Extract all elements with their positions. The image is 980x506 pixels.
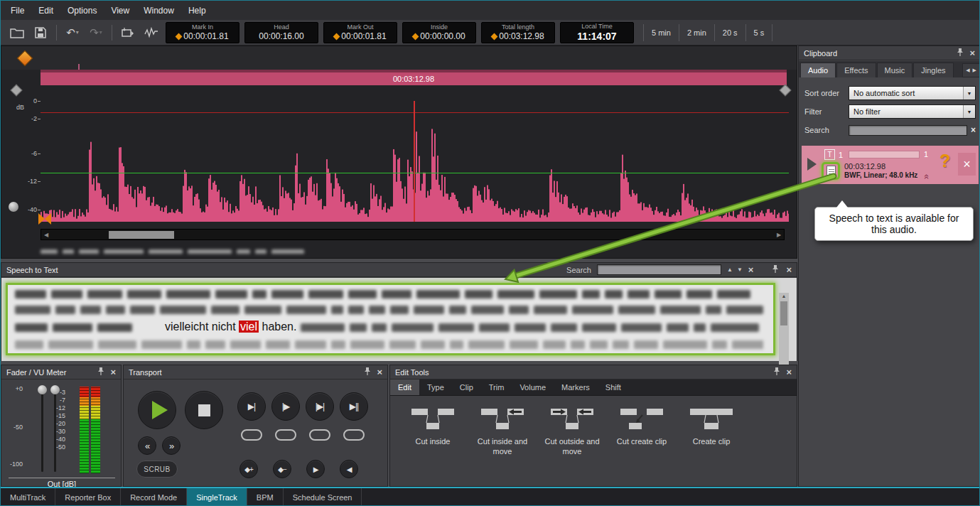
close-panel-icon[interactable]: × xyxy=(969,48,975,58)
close-panel-icon[interactable]: × xyxy=(110,367,116,377)
stop-button[interactable] xyxy=(185,391,223,429)
filter-dropdown[interactable]: No filter▼ xyxy=(849,104,976,119)
chevron-down-icon[interactable]: ▼ xyxy=(963,87,975,99)
tab-music[interactable]: Music xyxy=(877,63,913,77)
clipboard-search-input[interactable] xyxy=(849,125,967,136)
menu-edit[interactable]: Edit xyxy=(31,2,60,19)
rewind-button[interactable]: « xyxy=(138,436,156,455)
track-knob[interactable] xyxy=(9,202,18,212)
menu-file[interactable]: File xyxy=(4,2,31,19)
tab-volume[interactable]: Volume xyxy=(512,380,554,395)
range-start-handle[interactable] xyxy=(11,85,23,97)
transcript-highlight-box[interactable]: vielleicht nicht viel haben. xyxy=(6,283,775,355)
time-field-mark-in[interactable]: Mark In 00:00:01.81 xyxy=(166,22,239,43)
help-mark-icon[interactable]: ? xyxy=(939,151,950,171)
cut-marker-icon[interactable] xyxy=(38,213,51,225)
close-panel-icon[interactable]: × xyxy=(377,367,382,377)
loop-toggle-button[interactable] xyxy=(275,429,296,441)
play-to-mark-button[interactable]: ▶| xyxy=(237,392,266,421)
play-around-mark-button[interactable]: ▶|| xyxy=(340,392,368,421)
menu-options[interactable]: Options xyxy=(60,2,104,19)
tab-type[interactable]: Type xyxy=(419,380,452,395)
duration-2min-button[interactable]: 2 min xyxy=(679,24,715,41)
time-field-head[interactable]: Head 00:00:16.00 xyxy=(244,22,318,43)
duration-5min-button[interactable]: 5 min xyxy=(644,24,679,41)
item-progress-bar[interactable] xyxy=(849,151,920,158)
cut-create-clip-tool[interactable]: Cut create clip xyxy=(609,402,674,457)
pin-icon[interactable] xyxy=(957,48,964,58)
time-field-inside[interactable]: Inside 00:00:00.00 xyxy=(402,22,476,43)
menu-help[interactable]: Help xyxy=(181,2,213,19)
fast-forward-button[interactable]: » xyxy=(162,436,181,455)
search-next-icon[interactable]: ▼ xyxy=(737,267,743,273)
playback-cursor[interactable] xyxy=(414,101,415,222)
remove-marker-button[interactable]: ◆− xyxy=(273,460,291,478)
undo-icon[interactable]: ↶▾ xyxy=(63,24,82,41)
edit-signal-icon[interactable] xyxy=(142,24,161,41)
cut-inside-tool[interactable]: Cut inside xyxy=(400,402,465,457)
transfer-icon[interactable] xyxy=(119,24,137,41)
play-button[interactable] xyxy=(138,391,176,429)
tab-multitrack[interactable]: MultiTrack xyxy=(1,488,55,506)
tab-scroll-buttons[interactable]: ◀▶ xyxy=(962,63,980,77)
time-field-total-length[interactable]: Total length 00:03:12.98 xyxy=(481,22,555,43)
tab-audio[interactable]: Audio xyxy=(800,63,836,77)
duration-20s-button[interactable]: 20 s xyxy=(715,24,746,41)
tab-scroll-left-icon[interactable]: ◀ xyxy=(966,68,969,73)
search-clear-icon[interactable]: × xyxy=(971,125,976,135)
tab-reporter-box[interactable]: Reporter Box xyxy=(55,488,121,506)
save-icon[interactable] xyxy=(31,24,50,41)
loop-toggle-button[interactable] xyxy=(241,429,262,441)
add-marker-button[interactable]: ◆+ xyxy=(239,460,258,478)
duration-5s-button[interactable]: 5 s xyxy=(746,24,773,41)
close-panel-icon[interactable]: × xyxy=(786,367,792,377)
create-clip-tool[interactable]: Create clip xyxy=(679,402,744,457)
play-from-mark-button[interactable]: |▶ xyxy=(271,392,300,421)
tab-edit[interactable]: Edit xyxy=(390,380,419,395)
sort-order-dropdown[interactable]: No automatic sort▼ xyxy=(849,86,976,100)
nudge-back-button[interactable]: ◀ xyxy=(340,460,358,478)
cut-outside-and-move-tool[interactable]: Cut outside and move xyxy=(539,402,605,457)
menu-window[interactable]: Window xyxy=(136,2,181,19)
tab-jingles[interactable]: Jingles xyxy=(913,63,953,77)
tab-record-mode[interactable]: Record Mode xyxy=(121,488,187,506)
play-between-marks-button[interactable]: |▶| xyxy=(306,392,334,421)
undo-caret-icon[interactable]: ▾ xyxy=(76,29,79,36)
pin-icon[interactable] xyxy=(772,265,779,274)
scroll-up-icon[interactable]: ▲ xyxy=(782,294,787,298)
tab-effects[interactable]: Effects xyxy=(836,63,876,77)
clipboard-audio-item[interactable]: T 1 1 00:03:12.98 BWF, Linear; 48.0 kHz … xyxy=(802,146,979,184)
menu-view[interactable]: View xyxy=(104,2,136,19)
tab-clip[interactable]: Clip xyxy=(452,380,481,395)
search-match-highlight[interactable]: viel xyxy=(239,321,259,333)
scroll-right-icon[interactable]: ▶ xyxy=(774,232,784,238)
tab-singletrack[interactable]: SingleTrack xyxy=(187,488,247,506)
redo-icon[interactable]: ↷▾ xyxy=(87,24,105,41)
time-field-mark-out[interactable]: Mark Out 00:00:01.81 xyxy=(323,22,397,43)
waveform-scrollbar[interactable]: ◀ ▶ xyxy=(41,229,785,240)
tab-markers[interactable]: Markers xyxy=(554,380,598,395)
tab-scroll-right-icon[interactable]: ▶ xyxy=(973,68,976,73)
item-play-icon[interactable] xyxy=(807,158,817,171)
loop-toggle-button[interactable] xyxy=(309,429,330,441)
chevron-down-icon[interactable]: ▼ xyxy=(963,105,975,118)
pin-icon[interactable] xyxy=(773,367,780,377)
search-prev-icon[interactable]: ▲ xyxy=(727,267,733,273)
pin-icon[interactable] xyxy=(364,367,371,377)
tab-trim[interactable]: Trim xyxy=(481,380,512,395)
transcript-document-icon[interactable] xyxy=(826,166,836,177)
transcript-visible-text[interactable]: vielleicht nicht viel haben. xyxy=(165,321,296,333)
tab-shift[interactable]: Shift xyxy=(598,380,629,395)
pin-icon[interactable] xyxy=(97,367,104,377)
scrollbar-thumb[interactable] xyxy=(109,231,174,239)
stt-search-input[interactable] xyxy=(597,264,721,275)
transcript-scrollbar[interactable]: ▲ ▼ xyxy=(779,293,789,376)
cut-inside-and-move-tool[interactable]: Cut inside and move xyxy=(470,402,535,457)
item-remove-button[interactable]: × xyxy=(958,153,976,176)
transcript-area[interactable]: vielleicht nicht viel haben. ▲ ▼ xyxy=(1,278,797,361)
scroll-left-icon[interactable]: ◀ xyxy=(41,232,51,238)
range-end-handle[interactable] xyxy=(780,85,792,97)
scrub-button[interactable]: SCRUB xyxy=(136,461,178,478)
tab-schedule-screen[interactable]: Schedule Screen xyxy=(284,488,362,506)
nudge-forward-button[interactable]: ▶ xyxy=(306,460,325,478)
